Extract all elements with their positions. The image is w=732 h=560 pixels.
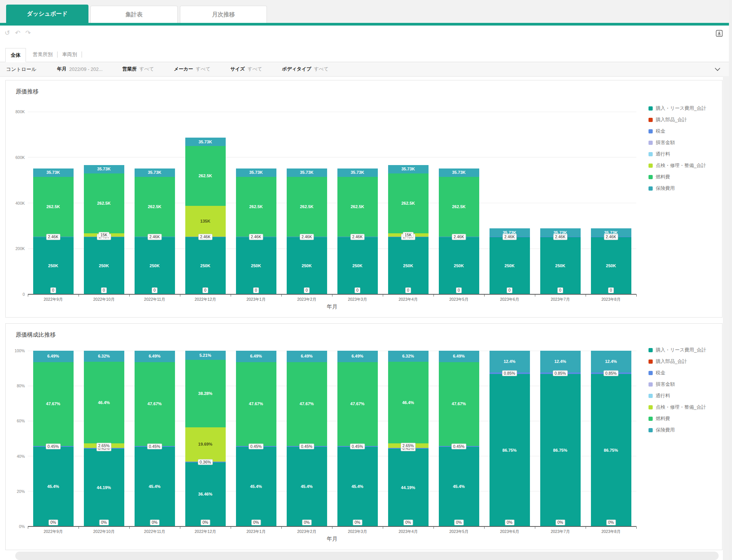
bar-segment[interactable]: 262.5K <box>439 177 479 237</box>
bar[interactable]: 45.4%0.45%47.67%6.49%0% <box>236 351 276 526</box>
bar-segment[interactable]: 45.4% <box>337 447 378 526</box>
bar-segment[interactable]: 35.73K <box>135 168 175 177</box>
bar-segment[interactable]: 47.67% <box>33 362 74 446</box>
bar-segment[interactable]: 47.67% <box>135 362 175 446</box>
legend-item[interactable]: 通行料 <box>649 392 706 400</box>
legend-item[interactable]: 保険費用 <box>649 427 706 434</box>
bar[interactable]: 250K2.46K15K262.5K35.73K0 <box>84 165 124 294</box>
bar[interactable]: 250K2.46K35.73K0 <box>490 228 530 294</box>
bar[interactable]: 44.19%0.43%2.65%46.4%6.32%0% <box>84 351 124 526</box>
bar[interactable]: 86.75%0.85%12.4%0% <box>490 351 530 526</box>
bar[interactable]: 86.75%0.85%12.4%0% <box>540 351 581 526</box>
bar[interactable]: 250K2.46K262.5K35.73K0 <box>439 168 479 294</box>
bar-segment[interactable]: 45.4% <box>135 447 175 526</box>
bar-segment[interactable]: 6.49% <box>236 351 276 362</box>
bar[interactable]: 45.4%0.45%47.67%6.49%0% <box>135 351 175 526</box>
bar[interactable]: 250K2.46K262.5K35.73K0 <box>33 168 74 294</box>
bar-segment[interactable]: 262.5K <box>135 177 175 237</box>
bar-segment[interactable]: 44.19% <box>84 449 124 526</box>
legend-item[interactable]: 購入部品_合計 <box>649 358 706 365</box>
bar-segment[interactable]: 6.32% <box>388 351 429 362</box>
bar[interactable]: 250K2.46K135K262.5K35.73K0 <box>185 138 226 294</box>
bar-segment[interactable]: 86.75% <box>490 374 530 526</box>
bar-segment[interactable]: 47.67% <box>287 362 327 446</box>
subtab-overall[interactable]: 全体 <box>5 48 26 62</box>
bar-segment[interactable]: 47.67% <box>337 362 378 446</box>
bar-segment[interactable]: 6.49% <box>135 351 175 362</box>
subtab-by-office[interactable]: 営業所別 <box>28 48 57 62</box>
legend-item[interactable]: 税金 <box>649 128 706 135</box>
tab-summary-table[interactable]: 集計表 <box>90 6 178 23</box>
redo-icon[interactable]: ↷ <box>26 29 31 37</box>
bar-segment[interactable]: 250K <box>388 237 429 294</box>
reset-icon[interactable]: ↺ <box>5 29 10 37</box>
bar-segment[interactable]: 46.4% <box>388 362 429 443</box>
legend-item[interactable]: 損害金額 <box>649 139 706 146</box>
bar-segment[interactable]: 86.75% <box>591 374 631 526</box>
filter-size[interactable]: サイズ すべて <box>230 66 262 72</box>
bar[interactable]: 45.4%0.45%47.67%6.49%0% <box>337 351 378 526</box>
bar[interactable]: 44.19%0.43%2.65%46.4%6.32%0% <box>388 351 429 526</box>
bar-segment[interactable]: 262.5K <box>185 146 226 206</box>
legend-item[interactable]: 購入部品_合計 <box>649 116 706 124</box>
filter-office[interactable]: 営業所 すべて <box>122 66 154 72</box>
bar-segment[interactable]: 38.28% <box>185 360 226 427</box>
legend-item[interactable]: 損害金額 <box>649 381 706 388</box>
legend-item[interactable]: 購入・リース費用_合計 <box>649 105 706 112</box>
filter-bodytype[interactable]: ボディタイプ すべて <box>282 66 329 72</box>
legend-item[interactable]: 購入・リース費用_合計 <box>649 347 706 354</box>
legend-item[interactable]: 保険費用 <box>649 185 706 192</box>
bar[interactable]: 45.4%0.45%47.67%6.49%0% <box>439 351 479 526</box>
bar-segment[interactable]: 250K <box>135 237 175 294</box>
bar-segment[interactable]: 12.4% <box>490 351 530 372</box>
download-button[interactable] <box>714 29 724 38</box>
bar-segment[interactable]: 262.5K <box>84 173 124 233</box>
bar-segment[interactable]: 12.4% <box>540 351 581 372</box>
vertical-scrollbar[interactable] <box>723 76 729 560</box>
bar-segment[interactable]: 250K <box>337 237 378 294</box>
bar-segment[interactable]: 47.67% <box>439 362 479 446</box>
bar-segment[interactable]: 6.32% <box>84 351 124 362</box>
bar-segment[interactable]: 250K <box>287 237 327 294</box>
tab-dashboard[interactable]: ダッシュボード <box>6 5 88 23</box>
bar-segment[interactable]: 250K <box>236 237 276 294</box>
legend-item[interactable]: 通行料 <box>649 151 706 158</box>
legend-item[interactable]: 燃料費 <box>649 415 706 422</box>
bar-segment[interactable]: 250K <box>591 237 631 294</box>
bar-segment[interactable]: 19.69% <box>185 427 226 462</box>
bar[interactable]: 86.75%0.85%12.4%0% <box>591 351 631 526</box>
bar-segment[interactable]: 35.73K <box>84 165 124 173</box>
legend-item[interactable]: 点検・修理・整備_合計 <box>649 404 706 411</box>
bar-segment[interactable]: 47.67% <box>236 362 276 446</box>
legend-item[interactable]: 燃料費 <box>649 173 706 181</box>
bar-segment[interactable]: 44.19% <box>388 449 429 526</box>
bar-segment[interactable]: 6.49% <box>287 351 327 362</box>
bar-segment[interactable]: 262.5K <box>337 177 378 237</box>
filter-yearmonth[interactable]: 年月 2022/09 - 202... <box>57 66 103 72</box>
legend-item[interactable]: 税金 <box>649 369 706 377</box>
bar-segment[interactable]: 45.4% <box>439 447 479 526</box>
bar-segment[interactable]: 86.75% <box>540 374 581 526</box>
bar[interactable]: 250K2.46K262.5K35.73K0 <box>135 168 175 294</box>
bar-segment[interactable]: 12.4% <box>591 351 631 372</box>
bar-segment[interactable]: 46.4% <box>84 362 124 443</box>
bar-segment[interactable]: 45.4% <box>33 447 74 526</box>
bar-segment[interactable]: 250K <box>33 237 74 294</box>
bar[interactable]: 250K2.46K15K262.5K35.73K0 <box>388 165 429 294</box>
bar-segment[interactable]: 250K <box>540 237 581 294</box>
collapse-control-button[interactable] <box>714 66 721 73</box>
bar-segment[interactable]: 250K <box>439 237 479 294</box>
bar[interactable]: 250K2.46K35.73K0 <box>591 228 631 294</box>
bar[interactable]: 250K2.46K262.5K35.73K0 <box>337 168 378 294</box>
bar[interactable]: 45.4%0.45%47.67%6.49%0% <box>33 351 74 526</box>
bar[interactable]: 36.46%0.36%19.69%38.28%5.21%0% <box>185 351 226 526</box>
bar-segment[interactable]: 35.73K <box>388 165 429 173</box>
undo-icon[interactable]: ↶ <box>15 29 20 37</box>
bar-segment[interactable]: 262.5K <box>388 173 429 233</box>
bar-segment[interactable]: 135K <box>185 206 226 237</box>
bar-segment[interactable]: 250K <box>84 237 124 294</box>
bar[interactable]: 250K2.46K262.5K35.73K0 <box>287 168 327 294</box>
bar-segment[interactable]: 35.73K <box>337 168 378 177</box>
bar-segment[interactable]: 36.46% <box>185 462 226 526</box>
bar[interactable]: 250K2.46K262.5K35.73K0 <box>236 168 276 294</box>
